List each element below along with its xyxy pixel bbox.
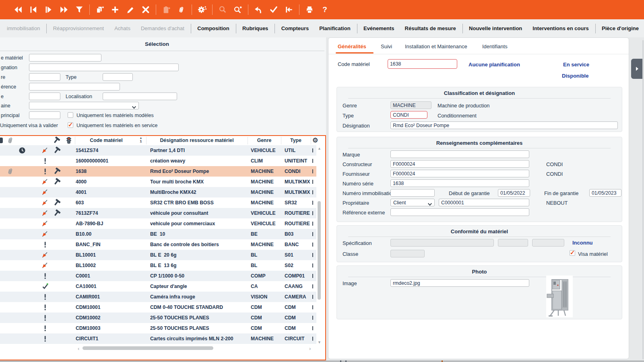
go-to-start-icon[interactable] <box>284 4 294 15</box>
nav-tab-interventions-en-cours[interactable]: Interventions en cours <box>527 25 594 31</box>
table-row-4001[interactable]: 4001MultiBroche KMX42MACHINEMULTIKMX <box>0 187 316 197</box>
nav-tab-ev-nements[interactable]: Evénements <box>358 25 400 31</box>
column-header-type[interactable]: Type <box>281 138 311 143</box>
status-bar-tick <box>340 360 341 362</box>
scroll-up-arrow[interactable]: ▲ <box>318 146 321 150</box>
hammer-column-icon[interactable] <box>51 136 62 144</box>
vertical-scrollbar-thumb[interactable] <box>318 201 321 300</box>
designation-detail-input[interactable] <box>390 121 618 129</box>
table-row-C0001[interactable]: C0001CP 1/1000 0-50COMPCOMP01 <box>0 271 316 281</box>
table-row-BL10002[interactable]: BL10002BL E 13 6gBLS02 <box>0 260 316 271</box>
principal-filter-input[interactable] <box>29 111 60 119</box>
column-header-designation[interactable]: Désignation ressource matériel <box>146 138 248 143</box>
nav-tab-nouvelle-intervention[interactable]: Nouvelle intervention <box>464 25 527 31</box>
visa-materiel-checkbox[interactable] <box>570 250 575 256</box>
cell-type: S02 <box>285 263 310 268</box>
numero-serie-input[interactable] <box>390 179 529 187</box>
uniquement-modeles-checkbox[interactable] <box>68 112 73 118</box>
table-row-1638[interactable]: 1638Rmd Eco² Doseur PompeMACHINECONDI <box>0 166 316 177</box>
expand-side-panel-tab[interactable] <box>631 59 643 79</box>
search-plus-icon[interactable] <box>233 4 243 15</box>
settings-gears-icon[interactable] <box>197 4 207 15</box>
site-filter-input[interactable] <box>29 93 60 100</box>
scroll-down-arrow[interactable]: ▼ <box>318 340 321 344</box>
next-record-button[interactable] <box>43 4 54 15</box>
table-row-1541ZS74[interactable]: 1541ZS74Partner 1,4 DTIVEHICULEUTIL <box>0 145 316 156</box>
fin-garantie-input[interactable] <box>589 189 621 197</box>
proprietaire-code-input[interactable] <box>439 199 529 206</box>
image-input[interactable] <box>390 279 529 287</box>
nav-tab-rubriques[interactable]: Rubriques <box>237 25 273 31</box>
column-settings-gear-icon[interactable]: ⚙ <box>312 136 318 144</box>
code-materiel-filter-input[interactable] <box>29 54 101 62</box>
validate-icon[interactable] <box>268 4 279 15</box>
sort-indicator[interactable]: ▲ 1 <box>138 136 143 143</box>
table-row-CAMIR001[interactable]: CAMIR001Caméra infra rougeVISIONCAMERA <box>0 292 316 302</box>
print-button[interactable] <box>304 4 315 15</box>
clipped-column-text <box>312 169 313 173</box>
scroll-left-arrow[interactable]: ‹ <box>78 346 79 352</box>
designation-filter-input[interactable] <box>29 64 179 71</box>
column-header-code[interactable]: Code matériel <box>75 138 138 143</box>
traffic-light-column-icon[interactable] <box>64 136 74 144</box>
table-row-BL10001[interactable]: BL10001BL E 20 6gBLS01 <box>0 250 316 260</box>
undo-icon[interactable] <box>253 4 264 15</box>
proprietaire-select[interactable]: Client <box>390 199 435 206</box>
cell-genre: CDM <box>251 315 281 321</box>
table-row-160000000001[interactable]: 160000000001création weavyCLIMUNITEINT <box>0 156 316 166</box>
reference-externe-input[interactable] <box>390 208 529 216</box>
add-button[interactable] <box>110 4 120 15</box>
column-header-genre[interactable]: Genre <box>248 138 281 143</box>
first-record-button[interactable] <box>13 4 23 15</box>
last-record-button[interactable] <box>59 4 69 15</box>
table-row-CIRCUIT1[interactable]: CIRCUIT1Cartes circuits imprimés MLN 2-2… <box>0 333 316 344</box>
domaine-select[interactable] <box>29 102 139 109</box>
table-row-B10.00[interactable]: B10.00BE 10BEB03 <box>0 229 316 239</box>
cell-designation: BL E 13 6g <box>150 263 246 268</box>
tab-suivi[interactable]: Suivi <box>381 43 392 49</box>
paperclip-column-icon[interactable] <box>5 136 16 144</box>
table-row-CDM10002[interactable]: CDM1000225-50 TOUCHES PLANESCDMCDM <box>0 313 316 323</box>
tab-generalites[interactable]: Généralités <box>338 43 366 49</box>
cell-code: 1638 <box>76 169 144 174</box>
nav-tab-pi-ce-d-origine[interactable]: Pièce d'origine <box>597 25 644 31</box>
type-detail-input[interactable] <box>390 111 427 119</box>
clipped-column-text <box>312 253 313 257</box>
edit-button[interactable] <box>125 4 136 15</box>
previous-record-button[interactable] <box>28 4 39 15</box>
type-filter-input[interactable] <box>103 73 133 81</box>
tab-installation-maintenance[interactable]: Installation et Maintenance <box>405 43 467 49</box>
table-row-7613ZF74[interactable]: 7613ZF74véhicule pour consultantVEHICULE… <box>0 208 316 218</box>
fournisseur-input[interactable] <box>390 170 529 177</box>
table-row-BANC_FIN[interactable]: BANC_FINBanc de controle des boitiersMAC… <box>0 239 316 250</box>
scroll-right-arrow[interactable]: › <box>309 346 311 352</box>
table-row-AB-7890-BJ[interactable]: AB-7890-BJvehicule pour commerciauxVEHIC… <box>0 218 316 229</box>
nav-tab-r-sultats-de-mesure[interactable]: Résultats de mesure <box>400 25 461 31</box>
duplicate-button[interactable] <box>95 4 105 15</box>
code-materiel-label: e matériel <box>1 55 23 61</box>
table-row-603[interactable]: 603SR32 CTR BRO EMB BOSSMACHINESR32 <box>0 197 316 208</box>
tab-identifiants[interactable]: Identifiants <box>482 43 508 49</box>
table-row-CA10001[interactable]: CA10001Capteur d'angleCACAANG <box>0 281 316 292</box>
genre-filter-input[interactable] <box>29 73 60 81</box>
help-button[interactable]: ? <box>320 4 330 15</box>
nav-tab-composition[interactable]: Composition <box>192 25 234 31</box>
marque-input[interactable] <box>390 150 529 158</box>
window-scrollbar[interactable] <box>642 40 644 359</box>
constructeur-input[interactable] <box>390 160 529 168</box>
uniquement-en-service-checkbox[interactable] <box>68 122 73 128</box>
localisation-filter-input[interactable] <box>103 93 177 100</box>
nav-tab-planification[interactable]: Planification <box>314 25 355 31</box>
reference-filter-input[interactable] <box>29 83 120 90</box>
horizontal-scrollbar-thumb[interactable] <box>83 346 213 350</box>
attachment-icon[interactable] <box>176 4 187 15</box>
numero-immobilisation-input[interactable] <box>390 189 435 197</box>
filter-icon[interactable] <box>74 4 85 15</box>
delete-button[interactable] <box>140 4 151 15</box>
table-row-4000[interactable]: 4000Tour multi broche KMXMACHINEMULTIKMX <box>0 177 316 187</box>
table-row-CDM10003[interactable]: CDM1000325-50 TOUCHES PLANESCDMCDM <box>0 323 316 333</box>
debut-garantie-input[interactable] <box>498 189 530 197</box>
table-row-CDM10001[interactable]: CDM10001CDM 0-40 TOUCHE STANDARDCDMCDM <box>0 302 316 313</box>
nav-tab-compteurs[interactable]: Compteurs <box>276 25 314 31</box>
code-materiel-detail-input[interactable] <box>388 59 457 69</box>
